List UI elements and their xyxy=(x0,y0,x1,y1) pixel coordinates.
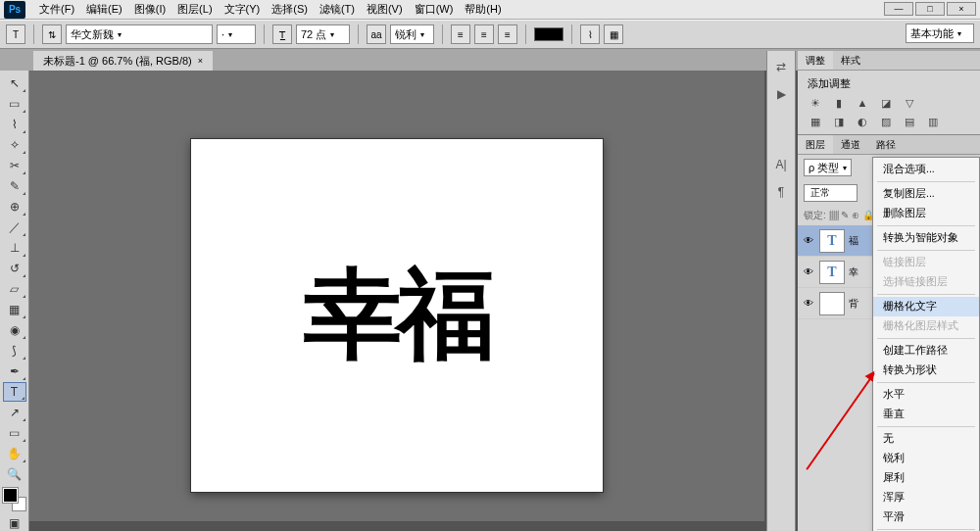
menu-select[interactable]: 选择(S) xyxy=(266,0,314,19)
aa-dropdown[interactable]: 锐利▾ xyxy=(390,24,434,44)
adj-vibrance-icon[interactable]: ▽ xyxy=(902,96,917,110)
ctx-item[interactable]: 删除图层 xyxy=(873,204,979,223)
menu-help[interactable]: 帮助(H) xyxy=(459,0,507,19)
ctx-item[interactable]: 混合选项... xyxy=(873,160,979,179)
ctx-item[interactable]: 栅格化文字 xyxy=(873,297,979,316)
eraser-tool[interactable]: ▱ xyxy=(3,279,26,299)
layers-tab[interactable]: 图层 xyxy=(798,135,833,154)
hand-tool[interactable]: ✋ xyxy=(3,444,26,463)
workspace-dropdown[interactable]: 基本功能▾ xyxy=(906,24,974,43)
warp-text-button[interactable]: ⌇ xyxy=(580,24,600,44)
document-tab-label: 未标题-1 @ 66.7% (福, RGB/8) xyxy=(43,54,192,69)
char-panel-button[interactable]: ▦ xyxy=(604,24,623,44)
adj-lookup-icon[interactable]: ▤ xyxy=(902,115,917,128)
adjustments-tab[interactable]: 调整 xyxy=(798,51,833,70)
adj-hue-icon[interactable]: ▦ xyxy=(808,115,823,128)
font-family-dropdown[interactable]: 华文新魏▾ xyxy=(66,24,213,44)
path-select-tool[interactable]: ↗ xyxy=(3,403,26,422)
font-style-dropdown[interactable]: ·▾ xyxy=(217,24,256,44)
ctx-item[interactable]: 转换为智能对象 xyxy=(873,228,979,248)
visibility-icon[interactable]: 👁 xyxy=(802,298,815,309)
ctx-item[interactable]: 无 xyxy=(873,429,979,449)
paths-tab[interactable]: 路径 xyxy=(868,135,904,154)
menu-filter[interactable]: 滤镜(T) xyxy=(314,0,361,19)
crop-tool[interactable]: ✂ xyxy=(3,156,26,175)
menu-window[interactable]: 窗口(W) xyxy=(409,0,460,19)
ctx-item[interactable]: 平滑 xyxy=(873,507,979,527)
history-brush-tool[interactable]: ↺ xyxy=(3,259,26,278)
marquee-tool[interactable]: ▭ xyxy=(3,94,26,114)
menu-layer[interactable]: 图层(L) xyxy=(172,0,218,19)
menu-type[interactable]: 文字(Y) xyxy=(219,0,267,19)
layer-thumb[interactable]: T xyxy=(819,229,845,253)
para-icon[interactable]: ¶ xyxy=(769,180,793,204)
healing-tool[interactable]: ⊕ xyxy=(3,197,26,217)
actions-icon[interactable]: ▶ xyxy=(769,82,793,106)
adj-bw-icon[interactable]: ◨ xyxy=(831,115,847,128)
menu-edit[interactable]: 编辑(E) xyxy=(80,0,128,19)
pen-tool[interactable]: ✒ xyxy=(3,362,26,381)
shape-tool[interactable]: ▭ xyxy=(3,423,26,443)
canvas-area[interactable]: 幸福 xyxy=(29,71,764,521)
ctx-item[interactable]: 犀利 xyxy=(873,468,979,488)
move-tool[interactable]: ↖ xyxy=(3,73,26,93)
ctx-item[interactable]: 水平 xyxy=(873,385,979,405)
minimize-button[interactable]: — xyxy=(884,2,913,16)
gradient-tool[interactable]: ▦ xyxy=(3,300,26,319)
adj-mixer-icon[interactable]: ▨ xyxy=(878,115,894,128)
fg-color-swatch[interactable] xyxy=(3,488,18,503)
tool-preset[interactable]: T xyxy=(6,24,25,44)
quickmask-button[interactable]: ▣ xyxy=(3,513,26,531)
document-close-icon[interactable]: × xyxy=(198,56,203,66)
wand-tool[interactable]: ✧ xyxy=(3,135,26,155)
ctx-item[interactable]: 垂直 xyxy=(873,405,979,424)
ctx-item[interactable]: 转换为形状 xyxy=(873,361,979,380)
ctx-item[interactable]: 创建工作路径 xyxy=(873,341,979,361)
text-color-swatch[interactable] xyxy=(534,27,564,41)
char-icon[interactable]: A| xyxy=(769,153,793,176)
eyedropper-tool[interactable]: ✎ xyxy=(3,176,26,196)
stamp-tool[interactable]: ⊥ xyxy=(3,238,26,258)
document-tab[interactable]: 未标题-1 @ 66.7% (福, RGB/8) × xyxy=(33,51,213,71)
menu-image[interactable]: 图像(I) xyxy=(128,0,172,19)
visibility-icon[interactable]: 👁 xyxy=(802,266,815,277)
options-bar: T ⇅ 华文新魏▾ ·▾ T̲ 72 点▾ aa 锐利▾ ≡ ≡ ≡ ⌇ ▦ xyxy=(0,20,980,49)
menubar: Ps 文件(F) 编辑(E) 图像(I) 图层(L) 文字(Y) 选择(S) 滤… xyxy=(0,0,980,20)
align-left-button[interactable]: ≡ xyxy=(451,24,470,44)
zoom-tool[interactable]: 🔍 xyxy=(3,464,26,484)
type-tool[interactable]: T xyxy=(3,382,26,402)
collapsed-panels: ⇄ ▶ A| ¶ xyxy=(766,51,796,531)
ctx-item: 选择链接图层 xyxy=(873,272,979,292)
styles-tab[interactable]: 样式 xyxy=(833,51,868,70)
visibility-icon[interactable]: 👁 xyxy=(802,235,815,246)
layer-filter-dropdown[interactable]: ρ 类型▾ xyxy=(804,159,852,176)
lasso-tool[interactable]: ⌇ xyxy=(3,115,26,134)
align-right-button[interactable]: ≡ xyxy=(498,24,517,44)
text-orientation-button[interactable]: ⇅ xyxy=(42,24,62,44)
adj-invert-icon[interactable]: ▥ xyxy=(925,115,941,128)
menu-file[interactable]: 文件(F) xyxy=(33,0,80,19)
menu-view[interactable]: 视图(V) xyxy=(361,0,409,19)
history-icon[interactable]: ⇄ xyxy=(769,55,793,78)
color-swatches[interactable] xyxy=(3,488,26,511)
layer-thumb[interactable] xyxy=(819,292,845,315)
font-size-dropdown[interactable]: 72 点▾ xyxy=(296,24,350,44)
ctx-item[interactable]: 复制图层... xyxy=(873,184,979,204)
blend-mode-dropdown[interactable]: 正常 xyxy=(804,184,858,202)
dodge-tool[interactable]: ⟆ xyxy=(3,341,26,361)
channels-tab[interactable]: 通道 xyxy=(833,135,868,154)
close-button[interactable]: × xyxy=(947,2,976,16)
maximize-button[interactable]: □ xyxy=(915,2,945,16)
align-center-button[interactable]: ≡ xyxy=(474,24,494,44)
blur-tool[interactable]: ◉ xyxy=(3,320,26,340)
adj-exposure-icon[interactable]: ◪ xyxy=(878,96,894,110)
ctx-item[interactable]: 锐利 xyxy=(873,449,979,468)
adj-levels-icon[interactable]: ▮ xyxy=(831,96,847,110)
ctx-item[interactable]: 浑厚 xyxy=(873,488,979,507)
adj-brightness-icon[interactable]: ☀ xyxy=(808,96,823,110)
layer-thumb[interactable]: T xyxy=(819,261,845,284)
adj-photo-icon[interactable]: ◐ xyxy=(855,115,870,128)
brush-tool[interactable]: ／ xyxy=(3,217,26,237)
adj-curves-icon[interactable]: ▲ xyxy=(855,96,870,110)
canvas[interactable]: 幸福 xyxy=(191,139,603,492)
